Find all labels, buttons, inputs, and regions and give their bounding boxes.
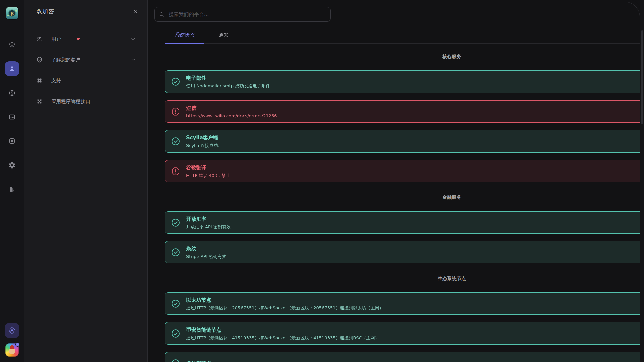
check-circle-icon — [171, 77, 180, 86]
service-name: 短信 — [186, 105, 277, 111]
check-circle-icon — [171, 299, 180, 308]
sidebar-item-kyc[interactable]: 了解您的客户 — [30, 52, 142, 68]
tab-system-status[interactable]: 系统状态 — [165, 32, 204, 44]
section-header: 金融服务 — [165, 193, 640, 201]
rail-item-invoices[interactable] — [5, 110, 19, 124]
warning-octagon-icon — [171, 167, 180, 176]
scrollbar-thumb[interactable] — [641, 30, 643, 124]
main-content: 系统状态 通知 核心服务 电子邮件 使用 Nodemailer-smtp 成功发… — [148, 0, 640, 362]
rail-item-settings[interactable] — [5, 158, 19, 173]
section-header: 核心服务 — [165, 52, 640, 60]
service-name: 谷歌翻译 — [186, 164, 230, 171]
rail-bottom — [5, 323, 19, 362]
user-filled-icon — [8, 65, 16, 72]
service-name: 以太坊节点 — [186, 297, 383, 303]
status-card: Scylla客户端 Scylla 连接成功。 — [165, 130, 640, 153]
check-circle-icon — [171, 218, 180, 227]
section-divider — [165, 197, 640, 197]
search-input[interactable] — [154, 7, 331, 22]
drawer-header: 双加密 — [30, 0, 147, 23]
rail-item-billing[interactable] — [5, 85, 19, 100]
service-section: 核心服务 电子邮件 使用 Nodemailer-smtp 成功发送电子邮件 短信… — [165, 52, 640, 182]
section-header: 生态系统节点 — [165, 274, 640, 282]
service-section: 生态系统节点 以太坊节点 通过HTTP（最新区块：20567551）和WebSo… — [165, 274, 640, 362]
service-name: 币安智能链节点 — [186, 326, 379, 333]
chevron-down-icon[interactable] — [130, 36, 136, 42]
dollar-circle-icon — [8, 89, 16, 97]
gear-icon — [8, 162, 16, 169]
drawer-sidebar: 双加密 用户 了解您的客户 支持 应用程序编程接口 — [24, 0, 148, 362]
api-network-icon — [36, 98, 43, 105]
app-logo[interactable]: ₿ — [6, 7, 18, 19]
sidebar-item-label: 用户 — [51, 36, 61, 42]
pentagon-home-icon — [8, 41, 16, 48]
service-name: 多边形节点 — [186, 360, 211, 362]
sidebar-item-label: 应用程序编程接口 — [51, 98, 90, 105]
heart-badge-icon — [76, 37, 80, 41]
service-name: Scylla客户端 — [186, 134, 222, 141]
sidebar-item-label: 了解您的客户 — [51, 57, 80, 63]
user-switch-icon — [8, 326, 16, 335]
service-message: Scylla 连接成功。 — [186, 143, 222, 148]
close-icon — [132, 9, 139, 15]
service-message: 开放汇率 API 密钥有效 — [186, 224, 231, 230]
status-card: 币安智能链节点 通过HTTP（最新区块：41519335）和WebSocket（… — [165, 322, 640, 345]
service-name: 条纹 — [186, 245, 226, 252]
search-icon — [159, 11, 165, 17]
chevron-down-icon[interactable] — [130, 57, 136, 62]
close-drawer-button[interactable] — [132, 9, 139, 15]
lifebuoy-icon — [36, 77, 43, 84]
rail-item-apps[interactable] — [5, 134, 19, 148]
service-name: 开放汇率 — [186, 216, 231, 222]
rail-item-theme[interactable] — [5, 182, 19, 197]
layers-icon — [8, 186, 16, 193]
status-card: 开放汇率 开放汇率 API 密钥有效 — [165, 211, 640, 234]
check-circle-icon — [171, 359, 180, 362]
status-card: 短信 https://www.twilio.com/docs/errors/21… — [165, 100, 640, 123]
section-title: 核心服务 — [438, 52, 465, 60]
service-name: 电子邮件 — [186, 75, 270, 81]
warning-octagon-icon — [171, 107, 180, 116]
bitcoin-logo-icon: ₿ — [8, 9, 16, 17]
service-message: 使用 Nodemailer-smtp 成功发送电子邮件 — [186, 83, 270, 89]
sidebar-item-users[interactable]: 用户 — [30, 31, 142, 47]
grid-icon — [8, 137, 16, 145]
status-dot — [15, 342, 20, 347]
icon-rail: ₿ — [0, 0, 24, 362]
status-card: 多边形节点 — [165, 352, 640, 362]
status-sections: 核心服务 电子邮件 使用 Nodemailer-smtp 成功发送电子邮件 短信… — [165, 44, 640, 362]
shield-check-icon — [36, 56, 43, 63]
check-circle-icon — [171, 329, 180, 338]
status-card: 谷歌翻译 HTTP 错误 403：禁止 — [165, 160, 640, 182]
check-circle-icon — [171, 248, 180, 257]
invoice-icon — [8, 113, 16, 121]
status-card: 电子邮件 使用 Nodemailer-smtp 成功发送电子邮件 — [165, 70, 640, 93]
scrollbar-track[interactable] — [640, 0, 644, 362]
users-icon — [36, 36, 43, 43]
sidebar-item-label: 支持 — [51, 77, 61, 84]
section-title: 金融服务 — [438, 193, 465, 201]
check-circle-icon — [171, 137, 180, 146]
sidebar-item-support[interactable]: 支持 — [30, 72, 142, 88]
sidebar-item-api[interactable]: 应用程序编程接口 — [30, 93, 142, 109]
profile-avatar[interactable] — [5, 343, 19, 357]
service-message: HTTP 错误 403：禁止 — [186, 173, 230, 178]
panel-corner — [610, 2, 640, 32]
service-message: 通过HTTP（最新区块：20567551）和WebSocket（最新区块：205… — [186, 305, 383, 311]
section-divider — [165, 278, 640, 278]
drawer-title: 双加密 — [36, 8, 54, 15]
service-section: 金融服务 开放汇率 开放汇率 API 密钥有效 条纹 Stripe API 密钥… — [165, 193, 640, 263]
section-divider — [165, 56, 640, 56]
switch-user-button[interactable] — [5, 323, 19, 338]
service-message: https://www.twilio.com/docs/errors/21266 — [186, 113, 277, 119]
service-message: Stripe API 密钥有效 — [186, 254, 226, 259]
tab-notifications[interactable]: 通知 — [209, 32, 238, 44]
rail-item-home[interactable] — [5, 37, 19, 52]
status-card: 以太坊节点 通过HTTP（最新区块：20567551）和WebSocket（最新… — [165, 292, 640, 315]
tab-bar: 系统状态 通知 — [165, 32, 640, 44]
search-bar — [154, 7, 331, 22]
service-message: 通过HTTP（最新区块：41519335）和WebSocket（最新区块：415… — [186, 335, 379, 341]
rail-item-users[interactable] — [5, 61, 19, 76]
section-title: 生态系统节点 — [434, 274, 470, 282]
status-card: 条纹 Stripe API 密钥有效 — [165, 241, 640, 263]
